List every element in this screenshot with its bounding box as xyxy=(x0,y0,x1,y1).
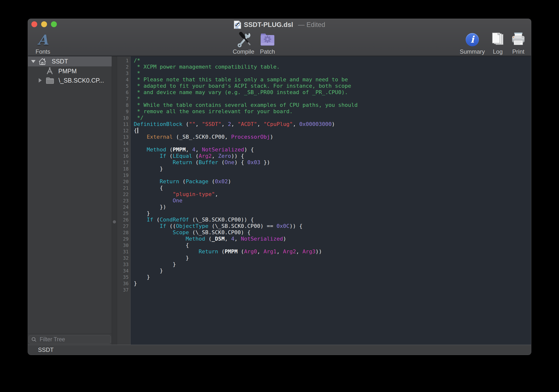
code-line: 20 Return (Package (0x02) xyxy=(117,178,531,185)
code-line: 17 Return (Buffer (One) { 0x03 }) xyxy=(117,159,531,166)
line-number: 1 xyxy=(117,57,130,64)
fonts-button[interactable]: A Fonts xyxy=(31,32,55,55)
title-group: DSL SSDT-PLUG.dsl — Edited xyxy=(234,20,325,29)
code-line: 12{ xyxy=(117,127,531,134)
status-bar: SSDT xyxy=(28,345,531,355)
code-line: 36} xyxy=(117,280,531,287)
code-line: 26 If (CondRefOf (\_SB.SCK0.CP00)) { xyxy=(117,217,531,223)
code-editor[interactable]: 1/*2 * XCPM power management compatibili… xyxy=(117,56,531,345)
window-chrome: DSL SSDT-PLUG.dsl — Edited A Fonts xyxy=(28,19,531,56)
summary-icon: i xyxy=(466,33,479,46)
disclosure-down-icon[interactable] xyxy=(31,60,36,63)
line-number: 35 xyxy=(117,274,130,280)
line-number: 31 xyxy=(117,248,130,255)
code-line: 10 */ xyxy=(117,115,531,121)
fonts-label: Fonts xyxy=(36,48,50,55)
tree-label: \_SB.SCK0.CP... xyxy=(59,77,104,84)
code-line: 18 } xyxy=(117,166,531,172)
print-label: Print xyxy=(512,48,524,55)
line-number: 24 xyxy=(117,204,130,210)
line-number: 34 xyxy=(117,268,130,274)
code-line: 29 Method (_DSM, 4, NotSerialized) xyxy=(117,236,531,242)
zoom-button[interactable] xyxy=(51,21,57,27)
line-number: 21 xyxy=(117,185,130,191)
line-number: 5 xyxy=(117,83,130,89)
code-line: 9 * remove all the ones irrelevant for y… xyxy=(117,108,531,115)
compile-icon xyxy=(236,32,251,48)
code-line: 34 } xyxy=(117,268,531,274)
line-number: 37 xyxy=(117,287,130,293)
code-line: 25 } xyxy=(117,210,531,217)
content-area: SSDT PMPM xyxy=(28,56,531,345)
line-number: 30 xyxy=(117,242,130,248)
split-divider[interactable] xyxy=(112,56,117,345)
code-line: 22 "plugin-type", xyxy=(117,191,531,197)
toolbar: A Fonts xyxy=(28,31,531,56)
filter-field[interactable] xyxy=(29,335,111,344)
line-number: 9 xyxy=(117,108,130,115)
code-line: 31 Return (PMPM (Arg0, Arg1, Arg2, Arg3)… xyxy=(117,248,531,255)
code-line: 7 * xyxy=(117,96,531,102)
line-number: 4 xyxy=(117,76,130,83)
code-line: 13 External (_SB_.SCK0.CP00, ProcessorOb… xyxy=(117,134,531,140)
doc-badge-text: DSL xyxy=(235,27,239,29)
code-line: 37 xyxy=(117,287,531,293)
line-number: 2 xyxy=(117,64,130,70)
traffic-lights xyxy=(31,21,57,27)
split-handle-dot[interactable] xyxy=(113,220,116,223)
minimize-button[interactable] xyxy=(41,21,47,27)
line-number: 36 xyxy=(117,280,130,287)
line-number: 8 xyxy=(117,102,130,108)
line-number: 6 xyxy=(117,89,130,96)
log-icon xyxy=(490,32,505,48)
line-number: 18 xyxy=(117,166,130,172)
code-line: 19 xyxy=(117,172,531,178)
line-number: 26 xyxy=(117,217,130,223)
code-line: 35 } xyxy=(117,274,531,280)
line-number: 11 xyxy=(117,121,130,127)
code-line: 4 * Please note that this table is only … xyxy=(117,76,531,83)
tree-row-pmpm[interactable]: PMPM xyxy=(28,66,112,76)
line-number: 25 xyxy=(117,210,130,217)
line-number: 14 xyxy=(117,140,130,147)
compile-label: Compile xyxy=(233,48,254,55)
code-line: 1/* xyxy=(117,57,531,64)
tree-label: SSDT xyxy=(52,58,68,65)
method-icon xyxy=(46,67,54,75)
line-number: 32 xyxy=(117,255,130,261)
line-number: 20 xyxy=(117,178,130,185)
line-number: 22 xyxy=(117,191,130,197)
house-icon xyxy=(38,57,47,66)
patch-label: Patch xyxy=(260,48,275,55)
code-line: 33 } xyxy=(117,261,531,268)
code-line: 21 { xyxy=(117,185,531,191)
line-number: 23 xyxy=(117,197,130,204)
patch-button[interactable]: Patch xyxy=(258,32,277,55)
line-number: 3 xyxy=(117,70,130,76)
compile-button[interactable]: Compile xyxy=(233,32,254,55)
navigator-tree: SSDT PMPM xyxy=(28,56,112,334)
code-line: 8 * While the table contains several exa… xyxy=(117,102,531,108)
code-line: 27 If ((ObjectType (\_SB.SCK0.CP00) == 0… xyxy=(117,223,531,229)
summary-label: Summary xyxy=(460,48,485,55)
close-button[interactable] xyxy=(31,21,37,27)
document-icon: DSL xyxy=(234,20,241,29)
line-number: 33 xyxy=(117,261,130,268)
line-number: 10 xyxy=(117,115,130,121)
tree-row-ssdt[interactable]: SSDT xyxy=(28,56,112,66)
line-number: 27 xyxy=(117,223,130,229)
code-surface[interactable]: 1/*2 * XCPM power management compatibili… xyxy=(117,56,531,293)
disclosure-right-icon[interactable] xyxy=(39,78,42,83)
code-line: 30 { xyxy=(117,242,531,248)
summary-button[interactable]: i Summary xyxy=(459,32,486,55)
filter-input[interactable] xyxy=(39,336,108,343)
sidebar: SSDT PMPM xyxy=(28,56,112,345)
code-line: 6 * and device name may vary (e.g. _SB_.… xyxy=(117,89,531,96)
log-button[interactable]: Log xyxy=(489,32,507,55)
app-window: DSL SSDT-PLUG.dsl — Edited A Fonts xyxy=(28,19,531,355)
status-text: SSDT xyxy=(38,346,54,353)
search-icon xyxy=(31,337,37,342)
print-button[interactable]: Print xyxy=(510,32,527,55)
line-number: 29 xyxy=(117,236,130,242)
tree-row-sb-sck0[interactable]: \_SB.SCK0.CP... xyxy=(28,76,112,85)
